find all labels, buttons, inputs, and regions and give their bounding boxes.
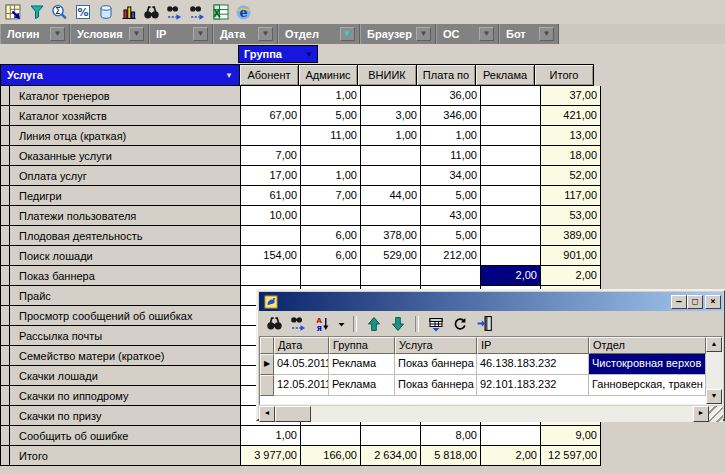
browser-icon[interactable]: e (234, 3, 253, 22)
pivot-row-label[interactable]: Скачки по ипподрому (0, 386, 241, 406)
pivot-cell[interactable]: 5,00 (421, 186, 481, 206)
horizontal-scrollbar[interactable]: ◄ ► (259, 406, 723, 422)
pivot-row-label[interactable]: Показ баннера (0, 266, 241, 286)
pivot-cell[interactable]: 3,00 (361, 106, 421, 126)
maximize-button[interactable]: □ (687, 295, 703, 309)
scroll-right-button[interactable]: ► (693, 406, 709, 422)
find-next-icon[interactable] (165, 3, 184, 22)
window-icon[interactable] (261, 292, 280, 311)
pivot-cell[interactable]: 36,00 (421, 86, 481, 106)
close-button[interactable]: × (705, 295, 721, 309)
pivot-cell[interactable]: 17,00 (241, 166, 301, 186)
detail-cell[interactable]: Чистокровная верхов (589, 354, 706, 375)
pivot-row-label[interactable]: Итого (0, 446, 241, 466)
excel-export-icon[interactable]: X (211, 3, 230, 22)
pivot-cell[interactable]: 421,00 (541, 106, 601, 126)
filter-button[interactable]: Логин▼ (0, 24, 70, 44)
zoom-sum-icon[interactable]: Σ (50, 3, 69, 22)
pivot-cell[interactable]: 61,00 (241, 186, 301, 206)
pivot-cell[interactable] (361, 266, 421, 286)
pivot-cell[interactable]: 117,00 (541, 186, 601, 206)
pivot-row-label[interactable]: Платежи пользователя (0, 206, 241, 226)
sort-icon[interactable]: АЯ (312, 315, 332, 333)
pivot-cell[interactable]: 346,00 (421, 106, 481, 126)
pivot-row-label[interactable]: Сообщить об ошибке (0, 426, 241, 446)
scrollbar-track[interactable] (311, 406, 693, 422)
pivot-cell[interactable]: 1,00 (361, 126, 421, 146)
pivot-cell[interactable]: 13,00 (541, 126, 601, 146)
detail-column-header[interactable]: Дата (274, 337, 329, 354)
detail-cell[interactable]: Показ баннера (395, 375, 477, 396)
pivot-row-label[interactable]: Просмотр сообщений об ошибках (0, 306, 241, 326)
pivot-cell[interactable] (481, 86, 541, 106)
bar-chart-icon[interactable] (119, 3, 138, 22)
pivot-cell[interactable]: 11,00 (421, 146, 481, 166)
filter-button[interactable]: ОС▼ (436, 24, 499, 44)
detail-cell[interactable]: Показ баннера (395, 354, 477, 375)
pivot-cell[interactable] (241, 126, 301, 146)
filter-button[interactable]: Дата▼ (213, 24, 278, 44)
pivot-cell[interactable] (481, 106, 541, 126)
percent-icon[interactable]: % (73, 3, 92, 22)
pivot-cell[interactable]: 212,00 (421, 246, 481, 266)
detail-cell[interactable]: Реклама (329, 375, 395, 396)
pivot-cell[interactable] (481, 226, 541, 246)
pivot-row-label[interactable]: Каталог тренеров (0, 86, 241, 106)
pivot-cell[interactable]: 37,00 (541, 86, 601, 106)
detail-cell[interactable]: Реклама (329, 354, 395, 375)
pivot-column-header[interactable]: Реклама (475, 64, 535, 86)
pivot-cell[interactable]: 529,00 (361, 246, 421, 266)
exit-icon[interactable] (474, 315, 494, 333)
pivot-cell[interactable] (481, 186, 541, 206)
pivot-cell[interactable]: 11,00 (301, 126, 361, 146)
pivot-cell[interactable]: 18,00 (541, 146, 601, 166)
pivot-cell[interactable] (481, 166, 541, 186)
pivot-cell[interactable]: 34,00 (421, 166, 481, 186)
pivot-cell[interactable]: 5,00 (301, 106, 361, 126)
detail-cell[interactable]: 04.05.2011 (274, 354, 329, 375)
pivot-cell[interactable] (361, 166, 421, 186)
pivot-table-icon[interactable] (4, 3, 23, 22)
pivot-cell[interactable] (421, 266, 481, 286)
pivot-cell[interactable]: 389,00 (541, 226, 601, 246)
pivot-cell[interactable] (241, 226, 301, 246)
pivot-cell[interactable] (481, 246, 541, 266)
row-dimension-button[interactable]: Услуга ▼ (0, 64, 240, 86)
down-icon[interactable] (388, 315, 408, 333)
pivot-row-label[interactable]: Линия отца (краткая) (0, 126, 241, 146)
pivot-cell[interactable] (361, 426, 421, 446)
detail-column-header[interactable]: IP (477, 337, 589, 354)
pivot-cell[interactable]: 9,00 (541, 426, 601, 446)
pivot-cell[interactable]: 6,00 (301, 226, 361, 246)
pivot-column-header[interactable]: Абонент (239, 64, 299, 86)
pivot-cell[interactable] (481, 426, 541, 446)
pivot-cell[interactable] (481, 126, 541, 146)
detail-column-header[interactable]: Группа (329, 337, 395, 354)
pivot-cell[interactable] (301, 266, 361, 286)
pivot-cell[interactable]: 2 634,00 (361, 446, 421, 466)
detail-cell[interactable]: 12.05.2011 (274, 375, 329, 396)
pivot-cell[interactable] (481, 206, 541, 226)
pivot-cell[interactable]: 1,00 (241, 426, 301, 446)
pivot-row-label[interactable]: Оплата услуг (0, 166, 241, 186)
pivot-cell[interactable]: 43,00 (421, 206, 481, 226)
detail-column-header[interactable]: Услуга (395, 337, 477, 354)
filter-button[interactable]: Условия▼ (70, 24, 149, 44)
pivot-cell[interactable]: 166,00 (301, 446, 361, 466)
vertical-scrollbar[interactable]: ▲ ▼ (706, 337, 722, 404)
detail-cell[interactable]: Ганноверская, тракен (589, 375, 706, 396)
scroll-up-button[interactable]: ▲ (706, 337, 722, 352)
find-next-alt-icon[interactable] (188, 3, 207, 22)
scrollbar-thumb[interactable] (275, 406, 311, 422)
pivot-row-label[interactable]: Скачки лошади (0, 366, 241, 386)
pivot-cell[interactable] (241, 86, 301, 106)
pivot-cell[interactable]: 5,00 (421, 226, 481, 246)
detail-cell[interactable]: 92.101.183.232 (477, 375, 589, 396)
pivot-cell[interactable]: 901,00 (541, 246, 601, 266)
pivot-cell[interactable]: 1,00 (421, 126, 481, 146)
pivot-cell[interactable] (301, 426, 361, 446)
pivot-cell[interactable]: 10,00 (241, 206, 301, 226)
pivot-cell[interactable] (301, 146, 361, 166)
pivot-cell[interactable]: 7,00 (301, 186, 361, 206)
up-icon[interactable] (364, 315, 384, 333)
